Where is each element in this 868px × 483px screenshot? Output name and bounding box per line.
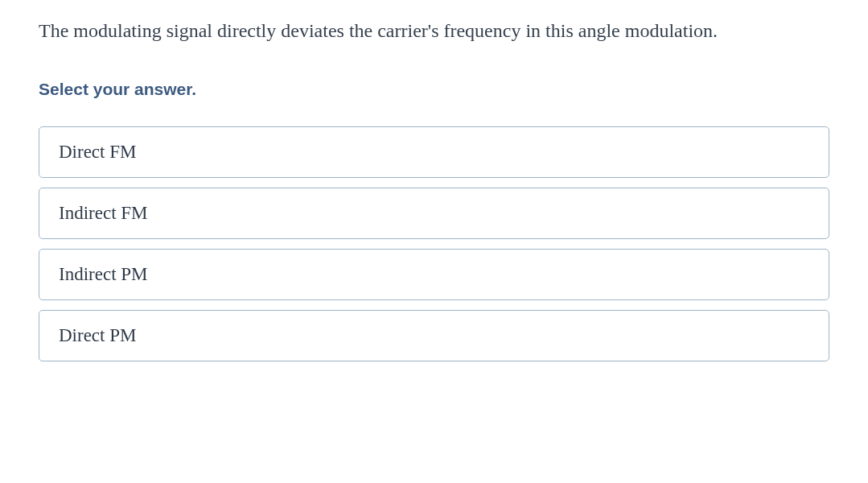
option-indirect-pm[interactable]: Indirect PM: [39, 249, 829, 300]
option-label: Indirect PM: [59, 264, 148, 284]
option-indirect-fm[interactable]: Indirect FM: [39, 188, 829, 239]
options-list: Direct FM Indirect FM Indirect PM Direct…: [39, 126, 829, 361]
option-label: Indirect FM: [59, 203, 148, 223]
option-direct-fm[interactable]: Direct FM: [39, 126, 829, 178]
option-label: Direct FM: [59, 142, 136, 162]
option-direct-pm[interactable]: Direct PM: [39, 310, 829, 361]
question-text: The modulating signal directly deviates …: [39, 16, 829, 46]
select-prompt: Select your answer.: [39, 80, 829, 99]
option-label: Direct PM: [59, 325, 136, 345]
